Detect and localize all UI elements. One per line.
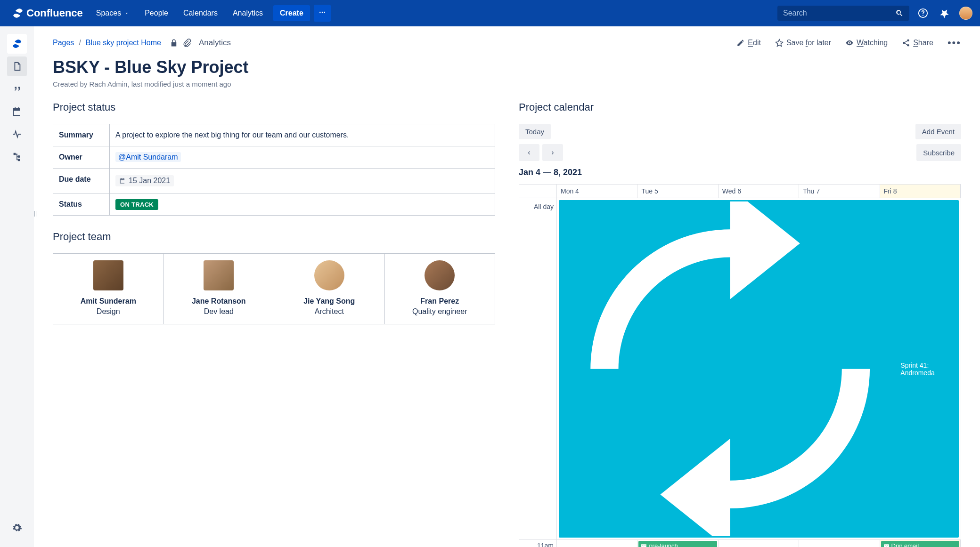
nav-calendars[interactable]: Calendars: [177, 5, 224, 21]
svg-rect-5: [14, 153, 16, 155]
svg-point-8: [849, 42, 850, 44]
summary-value: A project to explore the next big thing …: [110, 124, 495, 146]
rail-settings[interactable]: [7, 518, 27, 538]
search-box[interactable]: [777, 6, 909, 21]
rail-space-logo[interactable]: [7, 34, 27, 54]
eye-icon: [845, 39, 854, 47]
share-icon: [902, 39, 910, 47]
confluence-icon: [12, 8, 24, 19]
page-actions: Edit Save for later Watching Share •••: [736, 37, 961, 49]
svg-rect-6: [18, 155, 20, 158]
help-icon: [918, 8, 928, 18]
calendar-icon: [119, 177, 126, 184]
attachments-icon[interactable]: [183, 39, 191, 47]
avatar: [314, 260, 344, 290]
rail-tree[interactable]: [7, 147, 27, 167]
page-analytics-link[interactable]: Analytics: [196, 38, 231, 48]
top-nav: Confluence Spaces People Calendars Analy…: [0, 0, 980, 26]
breadcrumb-row: Pages / Blue sky project Home Analytics …: [53, 37, 961, 49]
team-member[interactable]: Amit Sunderam Design: [53, 254, 164, 324]
more-icon: [318, 8, 326, 16]
rail-blog[interactable]: [7, 79, 27, 99]
status-table: Summary A project to explore the next bi…: [53, 124, 495, 216]
day-header: Thu 7: [799, 185, 880, 198]
event-prelaunch[interactable]: pre-launch ═: [638, 541, 717, 547]
calendar-icon: [12, 106, 22, 117]
next-week-button[interactable]: ›: [542, 144, 563, 161]
help-button[interactable]: [915, 5, 931, 21]
share-button[interactable]: Share: [902, 39, 933, 47]
event-sprint[interactable]: Sprint 41: Andromeda: [559, 200, 959, 538]
gear-icon: [12, 523, 22, 533]
svg-point-2: [324, 12, 325, 13]
add-event-button[interactable]: Add Event: [915, 124, 961, 139]
allday-label: All day: [519, 198, 557, 540]
notifications-button[interactable]: [937, 5, 953, 21]
nav-people[interactable]: People: [138, 5, 175, 21]
rail-pages[interactable]: [7, 56, 27, 76]
team-member[interactable]: Jane Rotanson Dev lead: [164, 254, 275, 324]
create-more-button[interactable]: [314, 5, 331, 22]
subscribe-button[interactable]: Subscribe: [916, 144, 961, 161]
product-logo[interactable]: Confluence: [8, 7, 88, 19]
breadcrumb-pages[interactable]: Pages: [53, 39, 74, 47]
svg-point-11: [907, 44, 909, 47]
tree-icon: [12, 152, 22, 162]
nav-analytics[interactable]: Analytics: [226, 5, 270, 21]
save-for-later-button[interactable]: Save for later: [775, 39, 831, 47]
due-date-lozenge[interactable]: 15 Jan 2021: [115, 175, 174, 186]
restrictions-icon[interactable]: [170, 39, 178, 47]
rail-calendar[interactable]: [7, 102, 27, 121]
page-more-button[interactable]: •••: [947, 37, 961, 49]
summary-label: Summary: [53, 124, 110, 146]
due-label: Due date: [53, 169, 110, 193]
avatar: [93, 260, 123, 290]
status-badge: ON TRACK: [115, 199, 158, 210]
page-meta: Created by Rach Admin, last modified jus…: [53, 80, 961, 88]
create-button[interactable]: Create: [273, 5, 310, 21]
team-member[interactable]: Fran Perez Quality engineer: [385, 254, 495, 324]
quote-icon: [12, 84, 22, 94]
pencil-icon: [736, 39, 745, 47]
day-header: Tue 5: [637, 185, 718, 198]
svg-point-1: [321, 12, 323, 13]
main-content: Pages / Blue sky project Home Analytics …: [34, 26, 980, 547]
avatar: [425, 260, 455, 290]
prev-week-button[interactable]: ‹: [519, 144, 539, 161]
rail-analytics[interactable]: [7, 124, 27, 144]
sprint-icon: [563, 201, 898, 536]
team-grid: Amit Sunderam Design Jane Rotanson Dev l…: [53, 253, 495, 324]
svg-rect-7: [18, 159, 20, 161]
breadcrumb-separator: /: [79, 39, 81, 47]
watching-button[interactable]: Watching: [845, 39, 888, 47]
svg-point-9: [907, 40, 909, 42]
edit-button[interactable]: Edit: [736, 39, 761, 47]
chevron-down-icon: [124, 10, 130, 16]
avatar: [204, 260, 234, 290]
rail-collapse-handle[interactable]: ||: [34, 210, 37, 217]
pulse-icon: [12, 129, 22, 139]
svg-point-4: [923, 15, 923, 16]
status-heading: Project status: [53, 101, 495, 113]
mail-icon: [883, 543, 890, 547]
star-icon: [775, 39, 784, 47]
owner-mention[interactable]: @Amit Sundaram: [115, 152, 181, 162]
calendar-grid: Mon 4 Tue 5 Wed 6 Thu 7 Fri 8 All day Sp…: [519, 184, 961, 547]
confluence-icon: [12, 39, 22, 49]
breadcrumb-parent[interactable]: Blue sky project Home: [86, 39, 161, 47]
nav-spaces[interactable]: Spaces: [90, 5, 136, 21]
search-input[interactable]: [783, 9, 895, 17]
event-drip[interactable]: Drip email: [881, 541, 959, 547]
owner-label: Owner: [53, 146, 110, 169]
today-button[interactable]: Today: [519, 124, 551, 139]
calendar-range: Jan 4 — 8, 2021: [519, 168, 961, 177]
notification-icon: [939, 8, 950, 18]
search-icon: [895, 9, 904, 17]
user-avatar[interactable]: [959, 7, 972, 20]
status-label: Status: [53, 193, 110, 216]
team-heading: Project team: [53, 231, 495, 243]
day-header: Wed 6: [719, 185, 799, 198]
mail-icon: [641, 543, 647, 547]
page-icon: [12, 61, 22, 72]
team-member[interactable]: Jie Yang Song Architect: [274, 254, 385, 324]
